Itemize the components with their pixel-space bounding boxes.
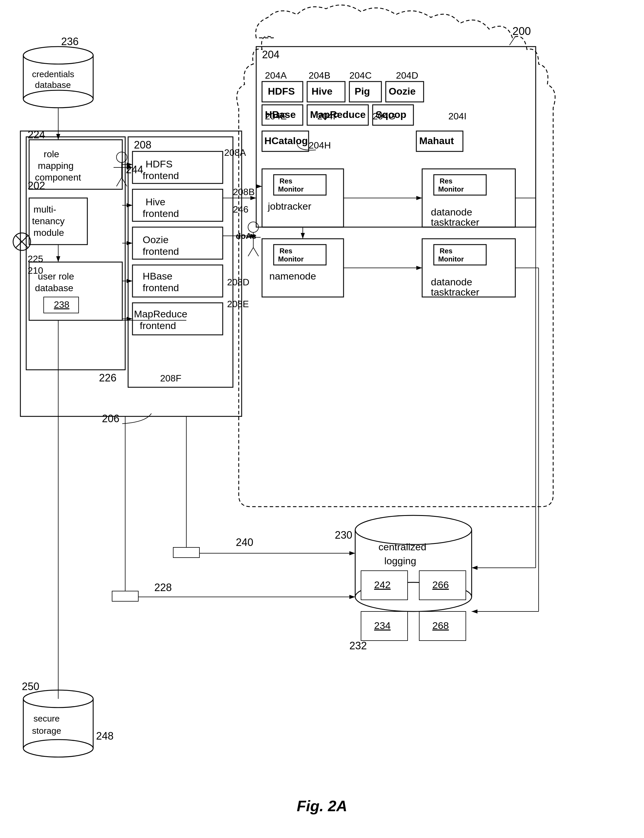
label-244: 244	[126, 164, 143, 176]
text-centralized-logging: centralized	[378, 541, 426, 552]
svg-text:tasktracker: tasktracker	[431, 286, 479, 297]
text-mapreduce-frontend: MapReduce	[134, 308, 187, 319]
text-datanode-1: datanode	[431, 207, 472, 217]
main-diagram-svg: 200 204 204A 204B 204C 204D HDFS Hive Pi…	[0, 0, 644, 838]
text-res-monitor-2: Res	[279, 247, 292, 255]
label-200: 200	[513, 25, 531, 37]
label-266: 266	[432, 579, 449, 590]
svg-text:Monitor: Monitor	[438, 255, 464, 263]
svg-text:tenancy: tenancy	[32, 216, 65, 226]
figure-label: Fig. 2A	[297, 797, 347, 815]
label-232: 232	[349, 640, 367, 652]
text-datanode-2: datanode	[431, 276, 472, 288]
text-res-monitor-4: Res	[440, 247, 452, 255]
text-mapreduce: MapReduce	[310, 109, 366, 120]
label-268: 268	[432, 620, 449, 631]
label-204C: 204C	[349, 70, 372, 81]
text-multi-tenancy: multi-	[33, 204, 56, 215]
label-208: 208	[134, 139, 151, 151]
text-oozie: Oozie	[389, 85, 416, 97]
text-user-role-db: user role	[38, 271, 74, 281]
svg-text:Monitor: Monitor	[278, 185, 304, 193]
label-224: 224	[28, 129, 45, 141]
label-246: 246	[233, 204, 248, 215]
svg-rect-92	[173, 547, 199, 558]
text-res-monitor-3: Res	[440, 177, 452, 185]
label-238: 238	[54, 299, 69, 310]
label-208E: 208E	[227, 299, 249, 309]
label-204: 204	[262, 49, 279, 61]
label-236: 236	[61, 36, 79, 48]
label-250: 250	[22, 680, 39, 692]
svg-text:database: database	[35, 80, 71, 90]
label-208F: 208F	[160, 373, 181, 383]
label-206: 206	[102, 412, 119, 424]
text-hbase-frontend: HBase	[143, 271, 172, 281]
svg-text:storage: storage	[32, 726, 61, 736]
label-204B: 204B	[309, 70, 330, 81]
text-oozie-frontend: Oozie	[143, 234, 169, 245]
svg-text:mapping: mapping	[38, 161, 74, 171]
label-204I: 204I	[449, 111, 467, 122]
label-208D: 208D	[227, 277, 250, 288]
svg-text:Monitor: Monitor	[438, 185, 464, 193]
svg-text:database: database	[35, 283, 73, 293]
label-208B: 208B	[233, 187, 255, 197]
diagram-container: 200 204 204A 204B 204C 204D HDFS Hive Pi…	[0, 0, 644, 838]
text-secure-storage: secure	[33, 714, 60, 723]
text-hdfs-frontend: HDFS	[146, 158, 172, 169]
text-jobtracker: jobtracker	[268, 200, 311, 212]
text-credentials-db: credentials	[32, 69, 74, 79]
label-230: 230	[335, 529, 352, 541]
label-228: 228	[154, 582, 172, 593]
svg-text:frontend: frontend	[143, 282, 179, 293]
text-hcatalog: HCatalog	[264, 135, 308, 146]
svg-text:frontend: frontend	[143, 246, 179, 257]
label-240: 240	[236, 536, 253, 548]
svg-text:tasktracker: tasktracker	[431, 217, 479, 228]
label-234: 234	[374, 620, 391, 631]
label-248: 248	[96, 730, 113, 742]
label-204H: 204H	[309, 140, 331, 151]
text-role-mapping: role	[44, 149, 59, 159]
svg-text:frontend: frontend	[140, 320, 176, 331]
label-242: 242	[374, 579, 391, 590]
text-sqoop: Sqoop	[376, 109, 406, 120]
text-pig: Pig	[355, 85, 370, 97]
label-208A: 208A	[224, 147, 246, 158]
svg-text:frontend: frontend	[143, 208, 179, 219]
label-204A: 204A	[265, 70, 287, 81]
text-mahaut: Mahaut	[419, 135, 454, 146]
label-226: 226	[99, 372, 117, 384]
svg-text:component: component	[35, 172, 81, 182]
svg-rect-95	[112, 591, 138, 601]
svg-text:module: module	[33, 227, 64, 238]
svg-text:logging: logging	[384, 555, 416, 566]
svg-text:frontend: frontend	[143, 170, 179, 181]
text-hbase: HBase	[265, 109, 296, 120]
text-hdfs: HDFS	[268, 85, 295, 97]
svg-text:Monitor: Monitor	[278, 255, 304, 263]
text-namenode: namenode	[269, 271, 316, 281]
label-225: 225	[28, 254, 43, 264]
text-res-monitor-1: Res	[279, 177, 292, 185]
text-hive: Hive	[312, 85, 332, 97]
label-204D: 204D	[396, 70, 418, 81]
text-hive-frontend: Hive	[146, 196, 165, 207]
svg-rect-0	[0, 0, 644, 838]
